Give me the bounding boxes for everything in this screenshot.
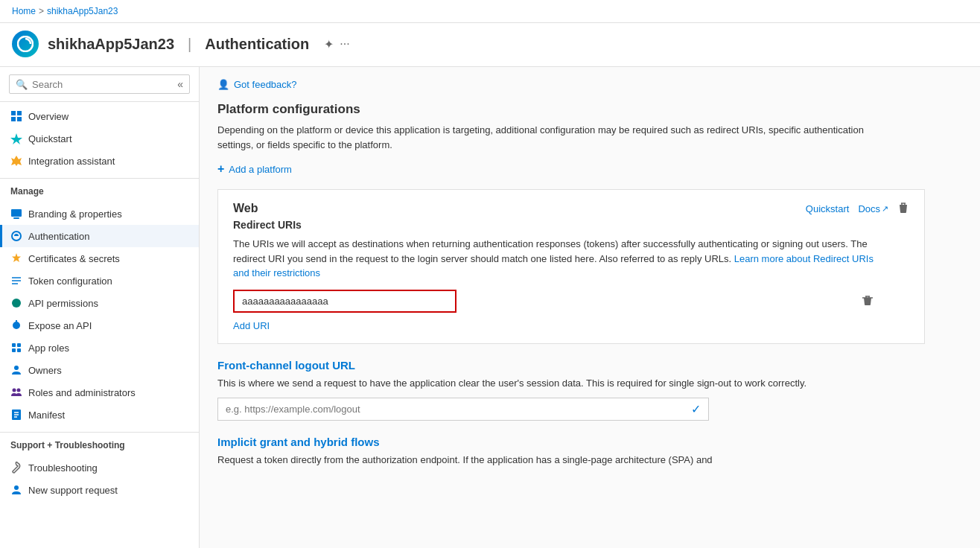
owners-label: Owners xyxy=(28,365,62,376)
web-quickstart-link[interactable]: Quickstart xyxy=(806,203,850,214)
search-wrap: 🔍 « xyxy=(9,74,190,94)
sidebar-item-manifest[interactable]: Manifest xyxy=(0,404,199,426)
docs-label: Docs xyxy=(858,203,880,214)
external-link-icon: ↗ xyxy=(882,204,888,214)
api-label: API permissions xyxy=(28,298,98,309)
svg-rect-2 xyxy=(17,111,22,115)
sidebar-item-authentication[interactable]: Authentication xyxy=(0,225,199,247)
logout-url-input[interactable] xyxy=(226,404,691,415)
app-name-label: shikhaApp5Jan23 xyxy=(48,36,174,53)
roles-icon xyxy=(10,386,22,398)
collapse-button[interactable]: « xyxy=(177,78,183,90)
sidebar-item-expose[interactable]: Expose an API xyxy=(0,314,199,337)
manage-section-label: Manage xyxy=(0,178,199,200)
web-platform-card: Web Quickstart Docs ↗ Redirect URIs The … xyxy=(217,189,925,344)
sidebar-item-overview[interactable]: Overview xyxy=(0,105,199,127)
web-docs-link[interactable]: Docs ↗ xyxy=(858,203,888,214)
svg-rect-17 xyxy=(17,348,21,352)
uri-row xyxy=(233,290,874,313)
expose-icon xyxy=(10,319,22,331)
troubleshooting-label: Troubleshooting xyxy=(28,462,98,474)
breadcrumb: Home > shikhaApp5Jan23 xyxy=(12,6,118,16)
search-container: 🔍 « xyxy=(0,67,199,102)
web-delete-icon[interactable] xyxy=(897,202,909,216)
sidebar-item-quickstart[interactable]: Quickstart xyxy=(0,127,199,150)
svg-rect-1 xyxy=(11,111,16,115)
sidebar-item-certificates[interactable]: Certificates & secrets xyxy=(0,247,199,270)
svg-rect-6 xyxy=(13,217,19,219)
approles-icon xyxy=(10,342,22,354)
svg-point-19 xyxy=(13,389,16,392)
front-channel-desc: This is where we send a request to have … xyxy=(217,376,888,391)
cert-icon xyxy=(10,252,22,264)
uri-delete-icon[interactable] xyxy=(862,294,874,308)
main-content: 👤 Got feedback? Platform configurations … xyxy=(200,67,980,548)
sidebar-item-integration[interactable]: Integration assistant xyxy=(0,150,199,172)
support-icon xyxy=(10,484,22,496)
svg-point-25 xyxy=(14,485,19,490)
sidebar-item-troubleshooting[interactable]: Troubleshooting xyxy=(0,456,199,479)
svg-rect-3 xyxy=(11,117,16,121)
breadcrumb-app[interactable]: shikhaApp5Jan23 xyxy=(47,6,118,16)
wrench-icon xyxy=(10,462,22,474)
logout-check-icon: ✓ xyxy=(691,402,701,416)
approles-label: App roles xyxy=(28,342,69,354)
overview-label: Overview xyxy=(28,111,69,122)
sidebar: 🔍 « Overview Quickstart xyxy=(0,67,200,548)
web-card-header: Web Quickstart Docs ↗ xyxy=(233,202,909,216)
branding-icon xyxy=(10,208,22,220)
owners-icon xyxy=(10,364,22,376)
breadcrumb-sep: > xyxy=(39,6,44,16)
uri-input[interactable] xyxy=(233,290,456,313)
support-section-label: Support + Troubleshooting xyxy=(0,432,199,453)
auth-label: Authentication xyxy=(28,231,89,242)
web-platform-title: Web xyxy=(233,202,258,215)
sidebar-item-api[interactable]: API permissions xyxy=(0,292,199,314)
svg-rect-15 xyxy=(17,343,21,347)
svg-point-18 xyxy=(14,366,19,370)
manifest-icon xyxy=(10,409,22,421)
logout-url-input-wrap: ✓ xyxy=(217,398,709,421)
api-icon xyxy=(10,297,22,309)
auth-icon xyxy=(10,230,22,242)
redirect-uris-title: Redirect URIs xyxy=(233,219,909,231)
sidebar-item-newsupport[interactable]: New support request xyxy=(0,479,199,501)
roles-label: Roles and administrators xyxy=(28,387,136,398)
branding-label: Branding & properties xyxy=(28,208,122,220)
svg-rect-16 xyxy=(12,348,16,352)
sidebar-item-roles[interactable]: Roles and administrators xyxy=(0,381,199,404)
quickstart-icon xyxy=(10,133,22,144)
platform-config-desc: Depending on the platform or device this… xyxy=(217,123,888,152)
add-uri-button[interactable]: Add URI xyxy=(233,320,909,331)
sidebar-item-branding[interactable]: Branding & properties xyxy=(0,203,199,225)
search-input[interactable] xyxy=(32,79,173,90)
newsupport-label: New support request xyxy=(28,485,118,496)
manifest-label: Manifest xyxy=(28,410,65,421)
add-platform-button[interactable]: + Add a platform xyxy=(217,162,962,176)
search-icon: 🔍 xyxy=(16,79,28,90)
nav-section-main: Overview Quickstart Integration assistan… xyxy=(0,102,199,175)
app-icon xyxy=(12,31,39,57)
web-platform-actions: Quickstart Docs ↗ xyxy=(806,202,909,216)
feedback-icon: 👤 xyxy=(217,79,229,90)
token-icon xyxy=(10,275,22,287)
breadcrumb-home[interactable]: Home xyxy=(12,6,36,16)
svg-point-12 xyxy=(13,322,20,329)
redirect-uris-desc: The URIs we will accept as destinations … xyxy=(233,237,874,281)
pin-icon[interactable]: ✦ xyxy=(324,37,334,51)
svg-rect-5 xyxy=(11,209,22,217)
sidebar-item-owners[interactable]: Owners xyxy=(0,359,199,381)
integration-icon xyxy=(10,155,22,167)
top-bar: Home > shikhaApp5Jan23 xyxy=(0,0,980,23)
header-section-label: Authentication xyxy=(205,36,309,53)
cert-label: Certificates & secrets xyxy=(28,253,120,264)
overview-icon xyxy=(10,110,22,122)
sidebar-item-approles[interactable]: App roles xyxy=(0,337,199,359)
app-header: shikhaApp5Jan23 | Authentication ✦ ··· xyxy=(0,23,980,67)
nav-section-manage: Branding & properties Authentication Cer… xyxy=(0,200,199,429)
feedback-bar[interactable]: 👤 Got feedback? xyxy=(217,79,962,90)
more-icon[interactable]: ··· xyxy=(340,37,349,51)
svg-point-11 xyxy=(12,299,21,308)
sidebar-item-token[interactable]: Token configuration xyxy=(0,270,199,292)
token-label: Token configuration xyxy=(28,275,112,287)
